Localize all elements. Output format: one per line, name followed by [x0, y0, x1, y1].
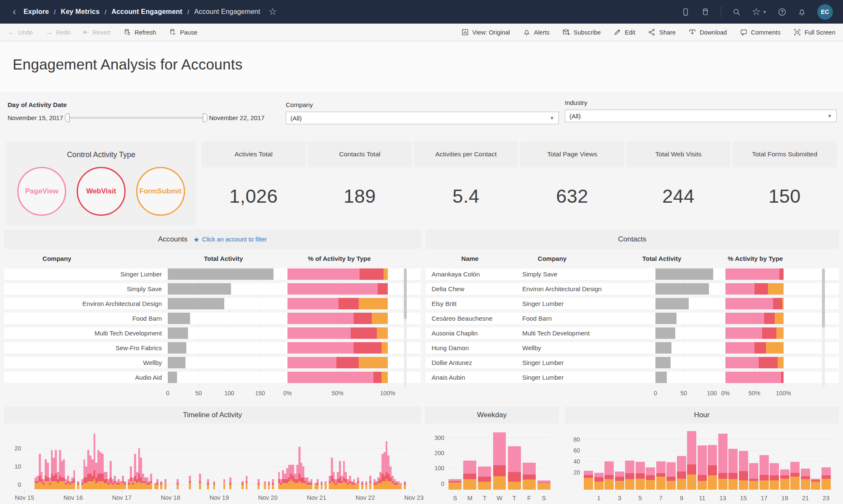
- segment-webvisit[interactable]: [351, 327, 377, 339]
- segment-formsubmit[interactable]: [463, 479, 476, 490]
- segment-formsubmit[interactable]: [739, 480, 748, 490]
- segment-formsubmit[interactable]: [728, 479, 738, 490]
- table-row[interactable]: Cesáreo BeauchesneFood Barn: [426, 313, 839, 324]
- segment-formsubmit[interactable]: [381, 372, 387, 383]
- segment-formsubmit[interactable]: [359, 357, 388, 368]
- segment-formsubmit[interactable]: [381, 342, 387, 354]
- segment-formsubmit[interactable]: [594, 482, 604, 490]
- favorite-star-icon[interactable]: ☆: [268, 6, 277, 17]
- segment-formsubmit[interactable]: [801, 479, 810, 490]
- total-activity-bar[interactable]: [168, 268, 274, 280]
- favorites-menu[interactable]: ☆▼: [752, 6, 767, 18]
- segment-webvisit[interactable]: [354, 342, 382, 354]
- contacts-scrollbar[interactable]: [822, 268, 825, 387]
- segment-formsubmit[interactable]: [776, 327, 784, 339]
- segment-webvisit[interactable]: [780, 475, 789, 479]
- stacked-bar[interactable]: [493, 432, 506, 490]
- segment-webvisit[interactable]: [754, 342, 766, 354]
- stacked-bar[interactable]: [523, 463, 536, 490]
- comments-button[interactable]: Comments: [740, 28, 781, 36]
- table-row[interactable]: Simply Save: [4, 283, 421, 295]
- segment-webvisit[interactable]: [754, 283, 768, 295]
- slider-left-handle[interactable]: [65, 113, 70, 122]
- stacked-bar[interactable]: [584, 471, 593, 490]
- stacked-bar[interactable]: [463, 461, 476, 490]
- segment-formsubmit[interactable]: [790, 477, 800, 490]
- segment-pageview[interactable]: [463, 461, 476, 474]
- segment-webvisit[interactable]: [708, 465, 717, 476]
- segment-webvisit[interactable]: [378, 283, 388, 295]
- segment-formsubmit[interactable]: [604, 479, 614, 490]
- segment-webvisit[interactable]: [336, 357, 358, 368]
- segment-pageview[interactable]: [687, 431, 696, 464]
- segment-webvisit[interactable]: [493, 465, 506, 476]
- segment-formsubmit[interactable]: [372, 313, 388, 324]
- segment-formsubmit[interactable]: [782, 298, 784, 309]
- total-activity-bar[interactable]: [655, 372, 667, 383]
- segment-webvisit[interactable]: [636, 473, 645, 479]
- stacked-bar[interactable]: [801, 469, 810, 490]
- segment-pageview[interactable]: [725, 342, 754, 354]
- total-activity-bar[interactable]: [168, 327, 188, 339]
- activity-mix-bar[interactable]: [725, 327, 784, 339]
- segment-webvisit[interactable]: [354, 313, 372, 324]
- segment-formsubmit[interactable]: [656, 477, 666, 490]
- stacked-bar[interactable]: [790, 462, 800, 490]
- segment-pageview[interactable]: [822, 467, 831, 475]
- segment-pageview[interactable]: [725, 327, 762, 339]
- activity-mix-bar[interactable]: [287, 327, 388, 339]
- segment-pageview[interactable]: [728, 449, 738, 473]
- segment-pageview[interactable]: [287, 283, 378, 295]
- stacked-bar[interactable]: [739, 451, 748, 490]
- table-row[interactable]: Hung DamonWellby: [426, 342, 839, 354]
- segment-pageview[interactable]: [287, 357, 336, 368]
- activity-mix-bar[interactable]: [287, 268, 388, 280]
- total-activity-bar[interactable]: [168, 342, 186, 354]
- stacked-bar[interactable]: [594, 473, 604, 490]
- table-row[interactable]: Audio Aid: [4, 372, 421, 383]
- breadcrumb-key-metrics[interactable]: Key Metrics: [61, 8, 99, 16]
- segment-formsubmit[interactable]: [478, 482, 491, 490]
- segment-pageview[interactable]: [604, 461, 614, 475]
- segment-pageview[interactable]: [594, 473, 604, 477]
- revert-button[interactable]: ⇤Revert: [83, 28, 110, 37]
- notifications-bell-icon[interactable]: [797, 8, 806, 16]
- segment-formsubmit[interactable]: [822, 479, 831, 490]
- segment-webvisit[interactable]: [728, 473, 738, 480]
- alerts-button[interactable]: Alerts: [523, 28, 550, 36]
- segment-pageview[interactable]: [725, 313, 764, 324]
- stacked-bar[interactable]: [728, 449, 738, 490]
- stacked-bar[interactable]: [604, 461, 614, 490]
- segment-webvisit[interactable]: [770, 475, 779, 480]
- stacked-bar[interactable]: [666, 462, 676, 490]
- segment-formsubmit[interactable]: [770, 480, 779, 490]
- accounts-filter-hint[interactable]: ★ Click an account to filter: [193, 236, 267, 244]
- segment-pageview[interactable]: [725, 357, 759, 368]
- stacked-bar[interactable]: [646, 467, 655, 490]
- segment-formsubmit[interactable]: [780, 479, 789, 490]
- segment-pageview[interactable]: [780, 469, 789, 475]
- data-source-icon[interactable]: [701, 8, 710, 16]
- segment-pageview[interactable]: [287, 342, 354, 354]
- stacked-bar[interactable]: [687, 431, 696, 490]
- activity-mix-bar[interactable]: [287, 298, 388, 309]
- segment-pageview[interactable]: [508, 446, 521, 472]
- segment-pageview[interactable]: [725, 372, 781, 383]
- help-icon[interactable]: ?: [778, 8, 787, 16]
- accounts-scrollbar[interactable]: [404, 268, 407, 387]
- activity-type-webvisit-circle[interactable]: WebVisit: [77, 167, 126, 216]
- total-activity-bar[interactable]: [655, 268, 713, 280]
- activity-type-formsubmit-circle[interactable]: FormSubmit: [136, 167, 185, 216]
- segment-pageview[interactable]: [287, 298, 338, 309]
- table-row[interactable]: Elsy BrittSinger Lumber: [426, 298, 839, 309]
- segment-formsubmit[interactable]: [749, 481, 758, 490]
- activity-mix-bar[interactable]: [725, 283, 784, 295]
- segment-pageview[interactable]: [749, 463, 758, 479]
- segment-webvisit[interactable]: [779, 268, 784, 280]
- activity-mix-bar[interactable]: [287, 357, 388, 368]
- company-dropdown[interactable]: (All) ▼: [286, 112, 559, 124]
- date-range-slider[interactable]: [67, 117, 206, 119]
- contacts-scrollbar-thumb[interactable]: [822, 268, 825, 327]
- stacked-bar[interactable]: [811, 479, 820, 490]
- stacked-bar[interactable]: [478, 466, 491, 490]
